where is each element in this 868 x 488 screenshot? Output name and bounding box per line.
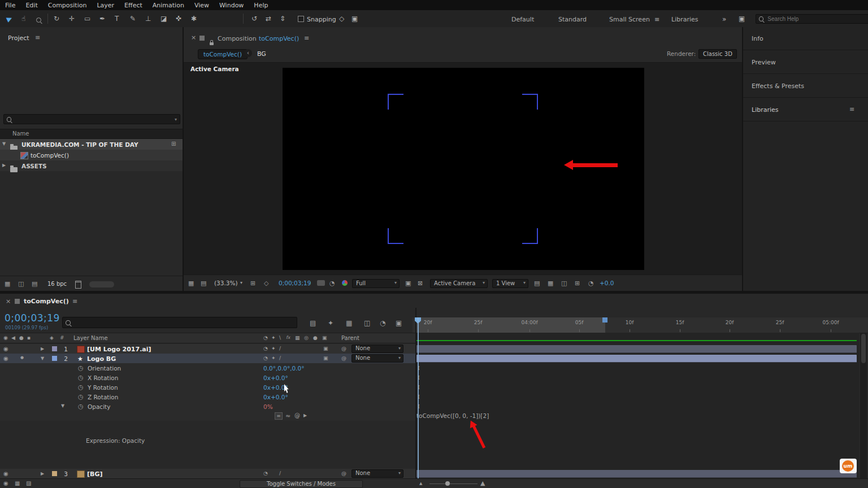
fast-previews-icon[interactable]: ▦ (548, 280, 553, 286)
workspace-standard[interactable]: Standard (558, 16, 587, 24)
timeline-button-icon[interactable]: ◫ (561, 280, 567, 286)
close-icon[interactable]: × (191, 34, 196, 41)
main-screen-icon[interactable]: ▤ (201, 280, 206, 286)
timeline-vertical-scrollbar[interactable] (860, 333, 867, 478)
snapping-checkbox[interactable] (298, 16, 304, 22)
mini-flowchart-icon[interactable]: ▤ (310, 320, 316, 326)
time-ruler[interactable]: 20f 25f 04:00f 05f 10f 15f 20f 25f 05:00… (413, 317, 868, 333)
parent-column-header[interactable]: Parent (341, 335, 359, 341)
clone-stamp-tool-icon[interactable]: ⊥ (145, 15, 151, 23)
eye-icon[interactable]: ◉ (3, 471, 8, 477)
workspace-small-screen[interactable]: Small Screen (609, 16, 650, 24)
current-timecode[interactable]: 0;00;03;19 (5, 312, 60, 324)
expand-layer-switches-icon[interactable]: ◉ (3, 481, 8, 486)
layer-row-3[interactable]: ◉ ▶ 3 [BG] ◔ / @ None▾ (0, 469, 416, 478)
draft-3d-icon[interactable]: ✦ (328, 320, 333, 326)
menu-composition[interactable]: Composition (43, 2, 92, 9)
scrollbar-thumb[interactable] (861, 334, 866, 363)
zoom-tool-icon[interactable] (36, 16, 41, 24)
twirl-open-icon[interactable]: ▼ (61, 404, 64, 408)
zoom-dropdown[interactable]: (33.3%) (214, 280, 238, 286)
expression-graph-icon[interactable]: ≈ (285, 413, 290, 419)
comp-tab-name[interactable]: toCompVec() (259, 35, 299, 42)
channels-icon[interactable] (342, 280, 348, 286)
project-item-label[interactable]: toCompVec() (31, 152, 69, 159)
property-value-expression-driven[interactable]: 0% (263, 403, 273, 410)
bpc-indicator[interactable]: 16 bpc (47, 281, 67, 287)
exposure-value[interactable]: +0.0 (600, 280, 614, 286)
brush-tool-icon[interactable]: ✎ (130, 15, 136, 23)
workspace-libraries[interactable]: Libraries (671, 16, 698, 24)
snap-options-icon[interactable]: ◇ (339, 15, 344, 23)
project-item-label[interactable]: UKRAMEDIA.COM - TIP OF THE DAY (21, 141, 138, 148)
layer-name[interactable]: [BG] (87, 470, 102, 478)
timeline-search-box[interactable] (62, 317, 297, 328)
project-row-folder-assets[interactable]: ▶ ASSETS (0, 160, 183, 171)
selection-tool-icon[interactable]: ▶ (5, 14, 13, 24)
camera-orbit-tool-icon[interactable]: ↺ (251, 15, 257, 23)
quality-switch[interactable]: / (279, 471, 281, 476)
collapse-switch[interactable]: ✦ (271, 346, 276, 351)
twirl-closed-icon[interactable]: ▶ (41, 472, 44, 476)
breadcrumb-comp-chip[interactable]: toCompVec() (198, 49, 248, 59)
project-search-box[interactable]: ▾ (3, 114, 180, 124)
name-column-header[interactable]: Name (12, 130, 29, 137)
divider[interactable] (415, 308, 416, 478)
toggle-switches-modes-button[interactable]: Toggle Switches / Modes (240, 480, 363, 488)
current-time-indicator-line[interactable] (418, 317, 419, 478)
resolution-dropdown[interactable]: Full▾ (352, 279, 400, 288)
expression-enable-icon[interactable]: = (275, 412, 283, 420)
menu-layer[interactable]: Layer (92, 2, 119, 9)
property-name[interactable]: Z Rotation (88, 394, 118, 400)
shy-switch[interactable]: ◔ (263, 471, 268, 476)
workspace-menu-icon[interactable]: ≡ (654, 16, 659, 24)
timeline-zoom-slider-track[interactable] (429, 483, 478, 484)
panel-header-preview[interactable]: Preview (752, 59, 776, 66)
status-timecode[interactable]: 0;00;03;19 (279, 280, 311, 286)
zoom-in-mountain-icon[interactable]: ▲ (480, 480, 485, 486)
label-color-swatch[interactable] (52, 346, 57, 351)
flowchart-icon[interactable]: ⊞ (171, 141, 176, 147)
divider[interactable] (183, 27, 184, 291)
twirl-closed-icon[interactable]: ▶ (2, 163, 6, 168)
label-color-swatch[interactable] (52, 356, 57, 361)
puppet-pin-tool-icon[interactable]: ✜ (176, 15, 181, 23)
shy-switch[interactable]: ◔ (263, 346, 268, 351)
label-color-swatch[interactable] (52, 471, 57, 476)
stopwatch-icon[interactable]: ◷ (78, 365, 84, 371)
layer-name[interactable]: [UM Logo 2017.ai] (87, 346, 151, 353)
exposure-reset-icon[interactable]: ◔ (588, 280, 594, 286)
parent-dropdown[interactable]: None▾ (351, 345, 403, 353)
timeline-panel-menu-icon[interactable]: ≡ (72, 298, 77, 304)
expression-language-menu-icon[interactable]: ▶ (303, 413, 307, 418)
project-tab[interactable]: Project (8, 34, 29, 42)
layer-3-duration-bar[interactable] (416, 470, 857, 478)
menu-effect[interactable]: Effect (119, 2, 147, 9)
parent-dropdown[interactable]: None▾ (351, 354, 403, 363)
timeline-search-input[interactable] (73, 319, 294, 326)
property-value[interactable]: 0x+0.0° (263, 394, 288, 400)
menu-help[interactable]: Help (249, 2, 273, 9)
layer-row-1[interactable]: ◉ ▶ 1 [UM Logo 2017.ai] ◔ ✦ / ▣ @ None▾ (0, 344, 416, 354)
workspace-overflow-chevrons[interactable]: » (722, 15, 726, 23)
pan-behind-tool-icon[interactable]: ✛ (69, 15, 75, 23)
quality-switch[interactable]: / (279, 356, 281, 361)
property-name[interactable]: Orientation (88, 365, 121, 372)
panel-header-libraries[interactable]: Libraries (752, 106, 779, 114)
new-folder-icon[interactable]: ◫ (18, 281, 24, 287)
camera-track-tool-icon[interactable]: ⇄ (266, 15, 271, 23)
work-area-end-handle[interactable] (602, 317, 607, 323)
stopwatch-icon[interactable]: ◷ (78, 403, 84, 409)
motion-blur-icon[interactable]: ◔ (380, 320, 385, 326)
view-layout-dropdown[interactable]: 1 View▾ (492, 279, 528, 288)
property-row-z-rotation[interactable]: ◷ Z Rotation 0x+0.0° (0, 392, 416, 402)
timeline-zoom-slider-knob[interactable] (445, 481, 450, 486)
project-panel-menu-icon[interactable]: ≡ (35, 34, 40, 41)
panel-header-effects-presets[interactable]: Effects & Presets (752, 82, 804, 90)
layer-row-2[interactable]: ◉ ● ▼ 2 ★ Logo BG ◔ ✦ / ▣ @ None▾ (0, 354, 416, 363)
property-row-x-rotation[interactable]: ◷ X Rotation 0x+0.0° (0, 373, 416, 382)
shy-switch[interactable]: ◔ (263, 356, 268, 361)
layer-2-duration-bar[interactable] (416, 355, 857, 363)
pen-tool-icon[interactable]: ✒ (99, 15, 105, 23)
camera-dolly-tool-icon[interactable]: ⇕ (280, 15, 285, 23)
